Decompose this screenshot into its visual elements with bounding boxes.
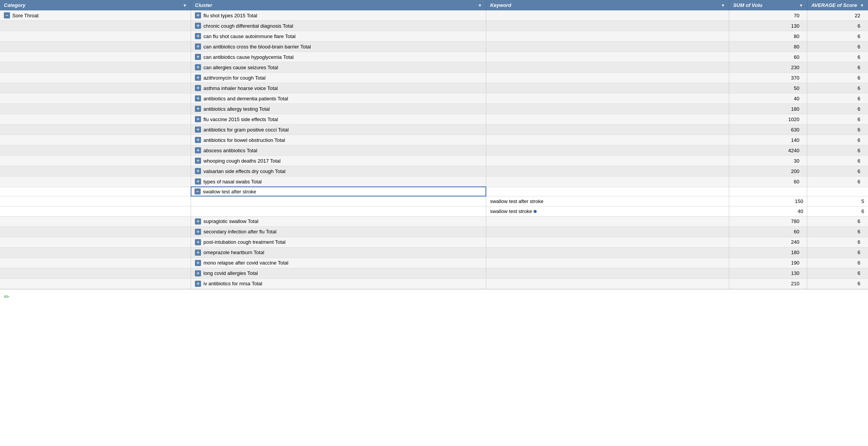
header-keyword[interactable]: Keyword ▼ bbox=[486, 0, 729, 10]
expand-cluster-button[interactable]: + bbox=[195, 178, 201, 185]
category-cell bbox=[0, 156, 191, 166]
sum-cell: 370 bbox=[729, 73, 807, 83]
category-cell bbox=[0, 226, 191, 237]
expand-cluster-button[interactable]: + bbox=[195, 54, 201, 60]
sum-cell: 1020 bbox=[729, 114, 807, 125]
expand-cluster-button[interactable]: + bbox=[195, 147, 201, 153]
table-row: + mono relapse after covid vaccine Total… bbox=[0, 258, 868, 268]
cluster-cell: + supraglotic swallow Total bbox=[191, 216, 486, 226]
edit-icon[interactable]: ✏ bbox=[4, 293, 10, 301]
keyword-cell bbox=[486, 62, 729, 73]
expand-cluster-button[interactable]: + bbox=[195, 218, 201, 225]
category-cell bbox=[0, 135, 191, 145]
cluster-label: can allergies cause seizures Total bbox=[203, 65, 278, 70]
avg-cell: 6 bbox=[807, 21, 868, 31]
table-row: + valsartan side effects dry cough Total… bbox=[0, 166, 868, 176]
header-avg[interactable]: AVERAGE of Score ▼ bbox=[807, 0, 868, 10]
category-cell bbox=[0, 187, 191, 196]
table-row: + flu vaccine 2015 side effects Total 10… bbox=[0, 114, 868, 125]
expand-cluster-button[interactable]: + bbox=[195, 168, 201, 174]
expand-cluster-button[interactable]: + bbox=[195, 250, 201, 256]
cluster-label: antibiotics for bowel obstruction Total bbox=[203, 137, 285, 143]
expand-cluster-button[interactable]: + bbox=[195, 158, 201, 164]
expand-cluster-button[interactable]: + bbox=[195, 229, 201, 235]
expand-cluster-button[interactable]: + bbox=[195, 75, 201, 81]
expand-cluster-button[interactable]: + bbox=[195, 116, 201, 122]
table-row: + antibiotics and dementia patients Tota… bbox=[0, 93, 868, 104]
keyword-cell bbox=[486, 114, 729, 125]
expand-cluster-button[interactable]: + bbox=[195, 239, 201, 245]
expand-cluster-button[interactable]: + bbox=[195, 126, 201, 133]
avg-cell: 6 bbox=[807, 226, 868, 237]
cluster-cell: + flu vaccine 2015 side effects Total bbox=[191, 114, 486, 125]
cluster-cell: + flu shot types 2015 Total bbox=[191, 10, 486, 21]
expand-cluster-button[interactable]: + bbox=[195, 106, 201, 112]
filter-sum-icon[interactable]: ▼ bbox=[799, 3, 803, 8]
category-cell bbox=[0, 52, 191, 62]
avg-cell: 6 bbox=[807, 268, 868, 278]
data-table: Category ▼ Cluster ▼ Keyword ▼ bbox=[0, 0, 868, 289]
filter-cluster-icon[interactable]: ▼ bbox=[478, 3, 482, 8]
cluster-label: valsartan side effects dry cough Total bbox=[203, 168, 285, 174]
expand-cluster-button[interactable]: + bbox=[195, 33, 201, 39]
avg-cell: 6 bbox=[807, 247, 868, 258]
sum-cell: 60 bbox=[729, 52, 807, 62]
keyword-cell bbox=[486, 42, 729, 52]
table-row: + chronic cough differential diagnosis T… bbox=[0, 21, 868, 31]
keyword-cell bbox=[486, 176, 729, 187]
filter-avg-icon[interactable]: ▼ bbox=[860, 3, 864, 8]
cluster-label: can flu shot cause autoimmune flare Tota… bbox=[203, 33, 296, 39]
category-cell bbox=[0, 21, 191, 31]
expand-cluster-button[interactable]: + bbox=[195, 64, 201, 70]
keyword-cell bbox=[486, 31, 729, 42]
keyword-cell bbox=[486, 226, 729, 237]
expand-cluster-button[interactable]: + bbox=[195, 270, 201, 276]
keyword-cell bbox=[486, 258, 729, 268]
cluster-cell: + antibiotics and dementia patients Tota… bbox=[191, 93, 486, 104]
filter-keyword-icon[interactable]: ▼ bbox=[721, 3, 725, 8]
avg-cell: 6 bbox=[807, 31, 868, 42]
collapse-cluster-button[interactable]: − bbox=[195, 188, 201, 195]
category-cell bbox=[0, 258, 191, 268]
cluster-cell: + post-intubation cough treatment Total bbox=[191, 237, 486, 247]
table-row: + long covid allergies Total 1306 bbox=[0, 268, 868, 278]
dot-indicator bbox=[534, 210, 537, 213]
header-cluster[interactable]: Cluster ▼ bbox=[191, 0, 486, 10]
category-cell bbox=[0, 268, 191, 278]
expand-cluster-button[interactable]: + bbox=[195, 281, 201, 287]
sum-cell: 190 bbox=[729, 258, 807, 268]
cluster-expanded-cell: − swallow test after stroke bbox=[191, 187, 486, 196]
cluster-cell: + antibiotics for gram positive cocci To… bbox=[191, 125, 486, 135]
expand-cluster-button[interactable]: + bbox=[195, 137, 201, 143]
keyword-label: swallow test after stroke bbox=[490, 198, 544, 204]
collapse-category-button[interactable]: − bbox=[4, 12, 10, 18]
category-cell bbox=[0, 31, 191, 42]
avg-cell: 6 bbox=[807, 237, 868, 247]
category-cell bbox=[0, 125, 191, 135]
table-row: + whooping cough deaths 2017 Total 306 bbox=[0, 156, 868, 166]
expand-cluster-button[interactable]: + bbox=[195, 95, 201, 102]
keyword-cell bbox=[486, 156, 729, 166]
expand-cluster-button[interactable]: + bbox=[195, 43, 201, 50]
cluster-cell: + abscess antibiotics Total bbox=[191, 145, 486, 156]
expand-cluster-button[interactable]: + bbox=[195, 85, 201, 91]
cluster-label: post-intubation cough treatment Total bbox=[203, 239, 286, 245]
expand-cluster-button[interactable]: + bbox=[195, 260, 201, 266]
keyword-cell bbox=[486, 135, 729, 145]
avg-cell: 6 bbox=[807, 216, 868, 226]
sum-cell: 240 bbox=[729, 237, 807, 247]
header-category[interactable]: Category ▼ bbox=[0, 0, 191, 10]
sum-cell: 40 bbox=[729, 206, 807, 216]
category-cell bbox=[0, 237, 191, 247]
expand-cluster-button[interactable]: + bbox=[195, 12, 201, 18]
cluster-label: secondary infection after flu Total bbox=[203, 229, 276, 235]
category-cell bbox=[0, 114, 191, 125]
cluster-label: can antibiotics cross the blood-brain ba… bbox=[203, 44, 311, 50]
header-sum[interactable]: SUM of Volu ▼ bbox=[729, 0, 807, 10]
expand-cluster-button[interactable]: + bbox=[195, 23, 201, 29]
sum-cell: 50 bbox=[729, 83, 807, 93]
filter-category-icon[interactable]: ▼ bbox=[183, 3, 187, 8]
keyword-cell bbox=[486, 73, 729, 83]
cluster-cell: + can flu shot cause autoimmune flare To… bbox=[191, 31, 486, 42]
category-cell bbox=[0, 206, 191, 216]
